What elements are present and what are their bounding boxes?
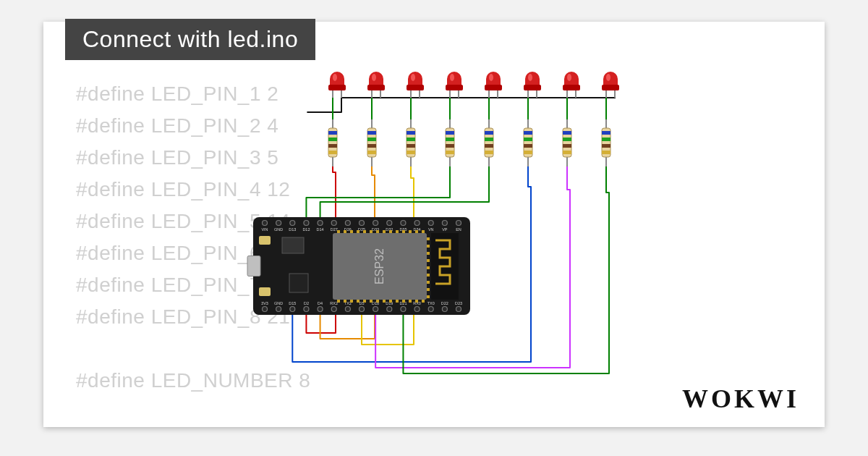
svg-rect-43: [563, 128, 571, 157]
svg-text:D21: D21: [399, 301, 407, 305]
svg-text:D5: D5: [359, 301, 364, 305]
svg-rect-181: [415, 300, 418, 303]
svg-point-134: [414, 307, 420, 312]
svg-rect-52: [602, 138, 610, 141]
svg-point-105: [318, 221, 323, 226]
svg-point-79: [528, 74, 532, 81]
svg-text:D26: D26: [344, 227, 352, 232]
svg-point-118: [359, 307, 365, 312]
resistor: [328, 119, 337, 166]
svg-rect-168: [376, 230, 379, 233]
svg-point-145: [456, 221, 461, 226]
svg-rect-171: [383, 300, 386, 303]
svg-text:VP: VP: [442, 227, 448, 232]
svg-point-75: [489, 74, 493, 81]
led-red: [563, 72, 580, 98]
svg-point-133: [414, 221, 420, 226]
led-red: [485, 72, 502, 98]
svg-rect-188: [427, 266, 430, 269]
svg-rect-24: [446, 138, 454, 141]
resistor: [367, 119, 376, 166]
svg-rect-191: [427, 288, 430, 291]
svg-rect-160: [350, 230, 353, 233]
svg-text:D22: D22: [441, 301, 448, 305]
svg-point-146: [456, 307, 461, 312]
svg-rect-37: [524, 131, 532, 135]
svg-rect-54: [602, 151, 610, 154]
led-red: [446, 72, 463, 98]
svg-text:TX0: TX0: [427, 301, 435, 305]
svg-rect-3: [328, 138, 337, 141]
svg-rect-22: [446, 128, 454, 157]
svg-rect-184: [427, 237, 430, 240]
svg-rect-45: [563, 138, 571, 141]
svg-point-117: [359, 221, 365, 226]
svg-text:EN: EN: [456, 227, 461, 232]
svg-rect-178: [409, 230, 412, 233]
resistor: [485, 119, 493, 166]
svg-rect-33: [485, 151, 493, 154]
svg-point-141: [442, 221, 447, 226]
svg-rect-1: [328, 128, 337, 157]
svg-rect-18: [407, 144, 415, 148]
svg-rect-32: [485, 144, 493, 148]
svg-rect-169: [376, 300, 379, 303]
led-red: [602, 72, 619, 98]
svg-rect-174: [396, 230, 399, 233]
svg-rect-158: [344, 230, 346, 233]
svg-point-106: [318, 307, 323, 312]
svg-rect-179: [409, 300, 412, 303]
svg-rect-172: [389, 230, 392, 233]
svg-rect-4: [328, 144, 337, 148]
svg-text:RX0: RX0: [413, 301, 421, 305]
led-red: [367, 72, 385, 98]
svg-rect-163: [357, 300, 359, 303]
svg-point-67: [411, 74, 415, 81]
svg-rect-82: [563, 85, 580, 90]
svg-point-110: [331, 307, 336, 312]
svg-rect-36: [524, 128, 532, 157]
svg-rect-5: [328, 151, 337, 154]
svg-rect-189: [427, 274, 430, 276]
svg-point-142: [442, 307, 447, 312]
svg-rect-50: [602, 128, 610, 157]
svg-rect-26: [446, 151, 454, 154]
svg-point-63: [372, 74, 376, 81]
svg-rect-176: [402, 230, 405, 233]
svg-point-121: [373, 221, 378, 226]
title-tab: Connect with led.ino: [65, 19, 315, 60]
project-title: Connect with led.ino: [82, 26, 298, 52]
svg-rect-161: [350, 300, 353, 303]
project-card: Connect with led.ino #define LED_PIN_1 2…: [43, 22, 825, 427]
svg-rect-2: [328, 131, 337, 135]
svg-rect-162: [357, 230, 359, 233]
svg-text:D33: D33: [372, 227, 379, 232]
svg-rect-78: [524, 85, 541, 90]
svg-rect-25: [446, 144, 454, 148]
svg-rect-185: [427, 245, 430, 248]
svg-text:D14: D14: [317, 227, 324, 232]
svg-rect-186: [427, 252, 430, 255]
svg-rect-30: [485, 131, 493, 135]
svg-text:ESP32: ESP32: [373, 248, 386, 284]
svg-rect-74: [485, 85, 502, 90]
svg-rect-182: [422, 230, 425, 233]
led-red: [328, 72, 346, 98]
svg-rect-11: [367, 144, 376, 148]
svg-rect-51: [602, 131, 610, 135]
svg-rect-9: [367, 131, 376, 135]
svg-point-122: [373, 307, 378, 312]
svg-point-114: [345, 307, 350, 312]
svg-rect-47: [563, 151, 571, 154]
svg-rect-8: [367, 128, 376, 157]
logo-text: WOKWI: [682, 384, 799, 413]
svg-point-71: [450, 74, 454, 81]
svg-rect-192: [427, 295, 430, 298]
svg-point-113: [345, 221, 350, 226]
svg-rect-170: [383, 230, 386, 233]
svg-point-130: [401, 307, 406, 312]
svg-rect-190: [427, 281, 430, 284]
svg-rect-17: [407, 138, 415, 141]
svg-point-129: [401, 221, 406, 226]
svg-text:D19: D19: [386, 301, 393, 305]
